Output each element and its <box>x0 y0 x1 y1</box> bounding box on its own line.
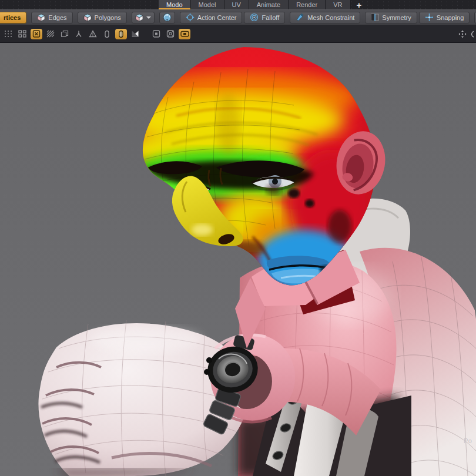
rotate-icon[interactable] <box>470 29 474 39</box>
overlap-squares-icon[interactable] <box>59 29 71 39</box>
square-target-icon[interactable] <box>150 29 162 39</box>
cube-polygons-icon <box>83 14 92 22</box>
viewport-icon-strip <box>0 25 476 43</box>
falloff-icon <box>250 13 259 22</box>
symmetry-icon <box>371 14 379 21</box>
x-box-icon[interactable] <box>31 29 42 39</box>
chevron-down-icon <box>146 16 151 19</box>
brush-icon <box>296 13 304 22</box>
action-center-button[interactable]: Action Center <box>180 12 243 24</box>
viewport-3d[interactable]: Po <box>0 43 476 476</box>
vertices-mode-button[interactable]: rtices <box>0 12 26 24</box>
square-target-dots-icon[interactable] <box>165 29 176 39</box>
falloff-button[interactable]: Falloff <box>244 12 285 24</box>
add-tab-button[interactable]: + <box>351 0 368 9</box>
trackball-icon <box>163 13 172 22</box>
pan-icon[interactable] <box>458 29 467 39</box>
tab-render[interactable]: Render <box>289 0 326 9</box>
pyramid-icon[interactable] <box>87 29 99 39</box>
viewport-nav-icons <box>458 29 474 39</box>
modo-window: Modo Model UV Animate Render VR + rtices… <box>0 0 476 476</box>
snapping-button[interactable]: Snapping <box>419 12 470 24</box>
tab-uv[interactable]: UV <box>224 0 249 9</box>
quad-squares-icon[interactable] <box>16 29 28 39</box>
cube-shield-icon <box>135 14 143 22</box>
shade-triangle-icon[interactable] <box>129 29 141 39</box>
snapping-icon <box>425 13 434 22</box>
joint-icon[interactable] <box>73 29 85 39</box>
selection-type-button[interactable] <box>132 12 155 24</box>
tab-modo[interactable]: Modo <box>159 0 191 9</box>
viewport-overlay-label: Po <box>464 437 472 444</box>
layout-tab-bar: Modo Model UV Animate Render VR + <box>0 0 476 9</box>
tab-model[interactable]: Model <box>191 0 224 9</box>
edges-mode-button[interactable]: Edges <box>31 12 72 24</box>
item-mode-button[interactable] <box>159 12 175 24</box>
capsule-highlight-icon[interactable] <box>115 29 127 39</box>
action-center-icon <box>186 13 195 22</box>
cube-edges-icon <box>37 14 45 22</box>
main-toolbar: rtices Edges Polygons <box>0 9 476 25</box>
tab-animate[interactable]: Animate <box>249 0 289 9</box>
hatch-icon[interactable] <box>45 29 56 39</box>
capsule-icon[interactable] <box>101 29 113 39</box>
polygons-mode-button[interactable]: Polygons <box>78 12 127 24</box>
camera-icon[interactable] <box>179 29 190 39</box>
symmetry-button[interactable]: Symmetry <box>365 12 417 24</box>
character-render <box>0 43 476 476</box>
tab-vr[interactable]: VR <box>326 0 350 9</box>
mesh-constraint-button[interactable]: Mesh Constraint <box>290 12 360 24</box>
dot-grid-icon[interactable] <box>2 29 14 39</box>
